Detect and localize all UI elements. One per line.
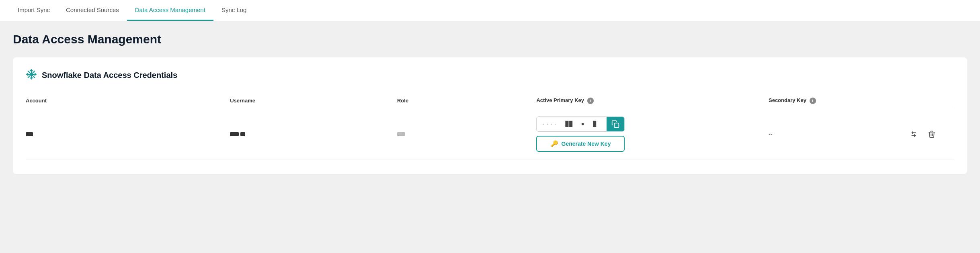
masked-block xyxy=(240,132,245,136)
tab-bar: Import Sync Connected Sources Data Acces… xyxy=(0,0,980,21)
col-header-actions xyxy=(908,93,954,109)
delete-button[interactable] xyxy=(926,129,937,140)
page-content: Data Access Management xyxy=(0,21,980,185)
secondary-key-cell: -- xyxy=(769,109,908,159)
col-header-primary-key: Active Primary Key i xyxy=(536,93,769,109)
card-header: Snowflake Data Access Credentials xyxy=(26,69,954,82)
tab-connected-sources[interactable]: Connected Sources xyxy=(58,0,127,21)
action-icons xyxy=(908,128,954,140)
table-row: ···· ██ ▪ █ xyxy=(26,109,954,159)
col-header-role: Role xyxy=(397,93,537,109)
tab-import-sync[interactable]: Import Sync xyxy=(10,0,58,21)
generate-btn-label: Generate New Key xyxy=(562,141,611,147)
masked-block xyxy=(230,132,239,136)
account-masked xyxy=(26,132,230,136)
tab-sync-log[interactable]: Sync Log xyxy=(213,0,255,21)
swap-icon xyxy=(909,130,918,139)
username-masked xyxy=(230,132,397,136)
secondary-key-value: -- xyxy=(769,131,772,137)
primary-key-cell: ···· ██ ▪ █ xyxy=(536,109,769,159)
copy-key-button[interactable] xyxy=(607,117,624,131)
trash-icon xyxy=(928,130,936,138)
col-header-username: Username xyxy=(230,93,397,109)
role-masked xyxy=(397,132,537,136)
swap-keys-button[interactable] xyxy=(908,128,920,140)
generate-key-button[interactable]: 🔑 Generate New Key xyxy=(536,136,625,152)
username-cell xyxy=(230,109,397,159)
secondary-key-info-icon[interactable]: i xyxy=(810,98,816,104)
masked-block xyxy=(26,132,33,136)
col-header-secondary-key: Secondary Key i xyxy=(769,93,908,109)
actions-cell xyxy=(908,109,954,159)
snowflake-icon xyxy=(26,69,37,82)
page-title: Data Access Management xyxy=(13,33,967,46)
copy-icon xyxy=(611,120,619,128)
key-field: ···· ██ ▪ █ xyxy=(536,116,625,132)
col-header-account: Account xyxy=(26,93,230,109)
tab-data-access-management[interactable]: Data Access Management xyxy=(127,0,213,21)
masked-block xyxy=(397,132,405,136)
account-cell xyxy=(26,109,230,159)
primary-key-container: ···· ██ ▪ █ xyxy=(536,116,769,152)
page-wrapper: Import Sync Connected Sources Data Acces… xyxy=(0,0,980,185)
credentials-card: Snowflake Data Access Credentials Accoun… xyxy=(13,57,967,174)
key-value-display: ···· ██ ▪ █ xyxy=(537,118,607,130)
svg-rect-12 xyxy=(615,123,619,127)
card-title: Snowflake Data Access Credentials xyxy=(42,71,177,80)
key-icon: 🔑 xyxy=(551,140,558,147)
primary-key-info-icon[interactable]: i xyxy=(587,98,594,104)
credentials-table: Account Username Role Active Primary Key… xyxy=(26,93,954,159)
role-cell xyxy=(397,109,537,159)
